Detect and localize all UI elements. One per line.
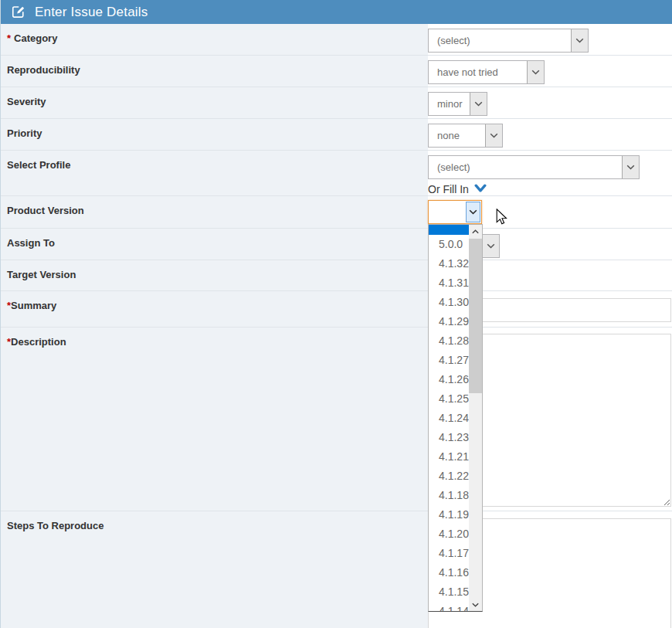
- form-row-priority: Priority none: [1, 119, 672, 151]
- dropdown-option[interactable]: 4.1.32: [429, 254, 469, 273]
- form-row-steps-to-reproduce: Steps To Reproduce: [1, 511, 672, 628]
- dropdown-option[interactable]: 4.1.18: [429, 486, 469, 505]
- dropdown-option[interactable]: 4.1.15: [429, 582, 469, 602]
- dropdown-scrollbar[interactable]: [469, 225, 482, 611]
- dropdown-option[interactable]: 4.1.20: [429, 524, 469, 544]
- form-row-assign-to: Assign To: [1, 229, 672, 260]
- chevron-down-icon: [527, 61, 544, 83]
- dropdown-option[interactable]: 4.1.29: [429, 312, 469, 331]
- dropdown-option[interactable]: 4.1.21: [429, 447, 469, 467]
- description-label: *Description: [1, 328, 428, 511]
- priority-select[interactable]: none: [428, 124, 503, 148]
- category-label: *Category: [1, 24, 428, 55]
- form-row-reproducibility: Reproducibility have not tried: [1, 56, 672, 87]
- chevron-down-icon: [470, 93, 487, 115]
- enter-issue-details-panel: Enter Issue Details *Category (select) R…: [0, 0, 672, 628]
- severity-select[interactable]: minor: [428, 92, 487, 116]
- chevron-down-icon: [474, 183, 487, 195]
- chevron-down-icon: [485, 124, 502, 147]
- or-fill-in-label: Or Fill In: [428, 183, 469, 195]
- steps-to-reproduce-label: Steps To Reproduce: [1, 511, 428, 628]
- priority-label: Priority: [1, 119, 428, 150]
- dropdown-option[interactable]: 4.1.31: [429, 273, 469, 293]
- chevron-down-icon: [466, 202, 480, 222]
- select-profile-select[interactable]: (select): [428, 155, 640, 179]
- form-row-category: *Category (select): [1, 24, 672, 56]
- category-select[interactable]: (select): [428, 29, 589, 53]
- panel-header: Enter Issue Details: [1, 0, 672, 24]
- dropdown-option[interactable]: 4.1.30: [429, 293, 469, 312]
- assign-to-label: Assign To: [1, 229, 428, 260]
- dropdown-option[interactable]: 4.1.17: [429, 544, 469, 563]
- product-version-select[interactable]: [428, 200, 482, 224]
- dropdown-option[interactable]: 4.1.27: [429, 351, 469, 370]
- chevron-down-icon: [571, 29, 588, 52]
- dropdown-options: 5.0.04.1.324.1.314.1.304.1.294.1.284.1.2…: [429, 225, 469, 611]
- form-row-description: *Description: [1, 328, 672, 511]
- reproducibility-select[interactable]: have not tried: [428, 60, 545, 84]
- dropdown-option[interactable]: 4.1.24: [429, 409, 469, 428]
- severity-label: Severity: [1, 87, 428, 118]
- chevron-down-icon: [482, 235, 499, 257]
- dropdown-option[interactable]: [429, 225, 469, 235]
- dropdown-option[interactable]: 4.1.23: [429, 428, 469, 447]
- dropdown-option[interactable]: 4.1.14: [429, 602, 469, 611]
- scrollbar-thumb[interactable]: [469, 239, 482, 393]
- form-row-select-profile: Select Profile (select) Or Fill In: [1, 151, 672, 196]
- page-title: Enter Issue Details: [35, 5, 148, 20]
- dropdown-option[interactable]: 4.1.16: [429, 563, 469, 582]
- product-version-label: Product Version: [1, 196, 428, 228]
- form-row-target-version: Target Version: [1, 260, 672, 291]
- product-version-dropdown: 5.0.04.1.324.1.314.1.304.1.294.1.284.1.2…: [428, 224, 483, 612]
- form-row-severity: Severity minor: [1, 87, 672, 119]
- reproducibility-label: Reproducibility: [1, 56, 428, 87]
- scroll-down-icon[interactable]: [469, 598, 482, 611]
- form-row-product-version: Product Version: [1, 196, 672, 229]
- edit-icon: [11, 5, 25, 19]
- dropdown-option[interactable]: 4.1.22: [429, 467, 469, 486]
- form-row-summary: *Summary: [1, 291, 672, 328]
- target-version-label: Target Version: [1, 260, 428, 290]
- chevron-down-icon: [622, 156, 639, 178]
- or-fill-in-toggle[interactable]: Or Fill In: [428, 183, 487, 195]
- dropdown-option[interactable]: 4.1.26: [429, 370, 469, 389]
- dropdown-option[interactable]: 4.1.25: [429, 389, 469, 409]
- summary-label: *Summary: [1, 291, 428, 327]
- dropdown-option[interactable]: 4.1.19: [429, 505, 469, 524]
- select-profile-label: Select Profile: [1, 151, 428, 195]
- required-asterisk: *: [7, 32, 11, 44]
- dropdown-option[interactable]: 5.0.0: [429, 235, 469, 254]
- dropdown-option[interactable]: 4.1.28: [429, 331, 469, 351]
- scroll-up-icon[interactable]: [469, 225, 482, 238]
